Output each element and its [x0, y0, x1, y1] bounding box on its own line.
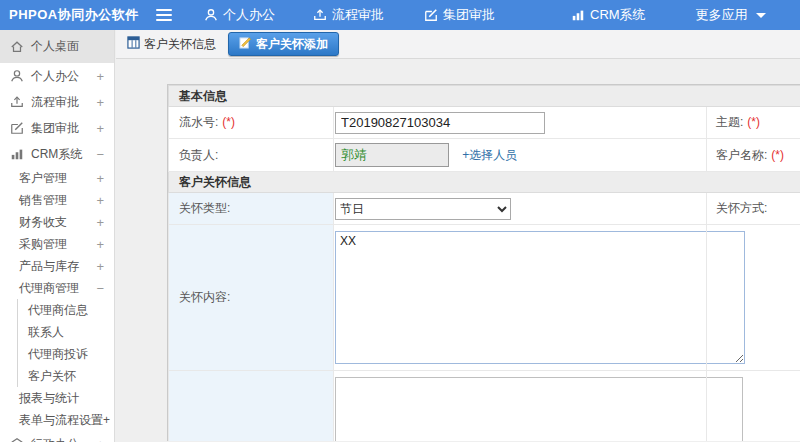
note-edit-icon: [239, 36, 252, 52]
nav-label: CRM系统: [590, 6, 646, 24]
nav-workflow-approval[interactable]: 流程审批: [313, 6, 384, 24]
theme-label: 主题:(*): [707, 107, 800, 139]
required-mark: (*): [222, 115, 235, 129]
customer-care-add-form: 基本信息 流水号:(*) 主题:(*) 负责人:: [167, 84, 800, 441]
sidebar-item-agent-complaints[interactable]: 代理商投诉: [18, 343, 114, 365]
expand-icon[interactable]: +: [96, 259, 104, 274]
user-icon: [204, 8, 218, 22]
expand-icon[interactable]: +: [96, 237, 104, 252]
care-way-label: 关怀方式:: [707, 193, 800, 225]
home-icon: [10, 40, 24, 54]
sidebar-item-sales-management[interactable]: 销售管理 +: [0, 189, 114, 211]
edit-icon: [424, 8, 438, 22]
nav-crm-system[interactable]: CRM系统: [571, 6, 646, 24]
expand-icon[interactable]: +: [96, 215, 104, 230]
flow-icon: [313, 8, 327, 22]
app-title: PHPOA协同办公软件: [0, 6, 146, 24]
tab-label: 客户关怀信息: [144, 36, 216, 53]
tab-strip: 客户关怀信息 客户关怀添加: [116, 30, 800, 59]
owner-input[interactable]: [335, 143, 449, 167]
select-personnel-link[interactable]: +选择人员: [462, 148, 517, 162]
required-mark: (*): [771, 148, 784, 162]
expand-icon[interactable]: +: [96, 171, 104, 186]
table-icon: [127, 36, 140, 52]
sidebar-item-crm-system[interactable]: CRM系统 −: [0, 141, 114, 167]
menu-toggle-icon[interactable]: [156, 9, 172, 21]
user-icon: [10, 69, 24, 83]
flow-icon: [10, 95, 24, 109]
serial-number-input[interactable]: [335, 112, 545, 134]
nav-personal-office[interactable]: 个人办公: [204, 6, 275, 24]
sidebar-item-finance[interactable]: 财务收支 +: [0, 211, 114, 233]
customer-name-label: 客户名称:(*): [707, 139, 800, 172]
tab-label: 客户关怀添加: [256, 36, 328, 53]
care-type-label: 关怀类型:: [169, 193, 334, 225]
remark-textarea[interactable]: [335, 377, 743, 441]
edit-icon: [10, 121, 24, 135]
agent-submenu: 代理商信息 联系人 代理商投诉 客户关怀: [17, 299, 114, 387]
sidebar-item-agent-management[interactable]: 代理商管理 −: [0, 277, 114, 299]
sidebar-item-group-approval[interactable]: 集团审批 +: [0, 115, 114, 141]
nav-label: 个人办公: [223, 6, 275, 24]
section-title-care-info: 客户关怀信息: [169, 172, 800, 193]
tab-customer-care-add[interactable]: 客户关怀添加: [228, 32, 339, 56]
nav-group-approval[interactable]: 集团审批: [424, 6, 495, 24]
expand-icon[interactable]: +: [96, 69, 104, 84]
sidebar-item-form-workflow-settings[interactable]: 表单与流程设置+: [0, 409, 114, 431]
collapse-icon[interactable]: −: [96, 281, 104, 296]
sidebar-item-personal-office[interactable]: 个人办公 +: [0, 63, 114, 89]
topbar: PHPOA协同办公软件 个人办公 流程审批 集团审批 CRM系统: [0, 0, 800, 30]
nav-more-apps[interactable]: 更多应用: [696, 6, 766, 24]
main-area: 客户关怀信息 客户关怀添加 基本信息 流水号:(*): [116, 30, 800, 442]
building-icon: [10, 437, 24, 442]
sidebar-item-reports-statistics[interactable]: 报表与统计: [0, 387, 114, 409]
caret-down-icon: [756, 13, 766, 18]
sidebar-item-customer-management[interactable]: 客户管理 +: [0, 167, 114, 189]
sidebar-item-admin-office[interactable]: 行政办公 +: [0, 431, 114, 442]
sidebar-item-contacts[interactable]: 联系人: [18, 321, 114, 343]
sidebar-item-purchasing[interactable]: 采购管理 +: [0, 233, 114, 255]
section-title-basic-info: 基本信息: [169, 86, 800, 107]
care-content-textarea[interactable]: XX: [335, 231, 745, 364]
expand-icon[interactable]: +: [96, 437, 104, 442]
sidebar-item-workflow-approval[interactable]: 流程审批 +: [0, 89, 114, 115]
care-type-select[interactable]: 节日: [335, 198, 511, 220]
required-mark: (*): [747, 115, 760, 129]
sidebar-item-customer-care[interactable]: 客户关怀: [18, 365, 114, 387]
sidebar-item-agent-info[interactable]: 代理商信息: [18, 299, 114, 321]
nav-label: 集团审批: [443, 6, 495, 24]
chart-icon: [10, 147, 24, 161]
empty-label-cell: [169, 371, 334, 442]
owner-label: 负责人:: [169, 139, 334, 172]
nav-label: 更多应用: [696, 6, 748, 24]
expand-icon[interactable]: +: [96, 193, 104, 208]
content-area: 基本信息 流水号:(*) 主题:(*) 负责人:: [116, 59, 800, 441]
tab-customer-care-info[interactable]: 客户关怀信息: [122, 32, 221, 56]
empty-cell: [707, 371, 800, 442]
collapse-icon[interactable]: −: [96, 147, 104, 162]
empty-cell: [707, 225, 800, 371]
nav-label: 流程审批: [332, 6, 384, 24]
sidebar-item-products-inventory[interactable]: 产品与库存 +: [0, 255, 114, 277]
expand-icon[interactable]: +: [96, 95, 104, 110]
chart-icon: [571, 8, 585, 22]
top-nav: 个人办公 流程审批 集团审批 CRM系统 更多应用: [172, 6, 766, 24]
sidebar-item-personal-desktop[interactable]: 个人桌面: [0, 30, 114, 63]
serial-number-label: 流水号:(*): [169, 107, 334, 139]
sidebar: 个人桌面 个人办公 + 流程审批 + 集团审批 + CRM系统 − 客户管理 +…: [0, 30, 115, 442]
care-content-label: 关怀内容:: [169, 225, 334, 371]
expand-icon[interactable]: +: [96, 121, 104, 136]
